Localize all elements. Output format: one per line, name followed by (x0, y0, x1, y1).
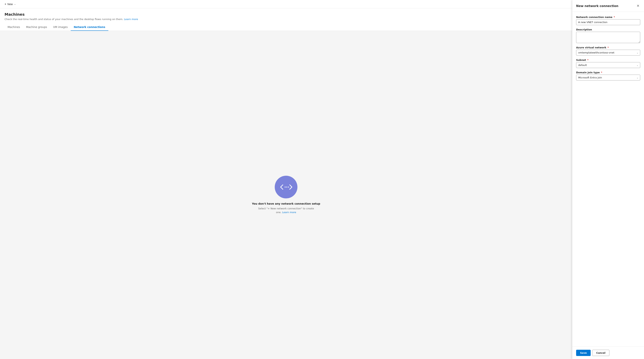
domain-join-select-wrapper: Microsoft Entra join ⌄ (576, 75, 640, 80)
subnet-required: * (586, 58, 588, 61)
azure-vnet-required: * (607, 46, 609, 49)
top-bar: + New ⌄ (0, 0, 572, 8)
cancel-button[interactable]: Cancel (592, 350, 610, 356)
domain-join-required: * (600, 71, 602, 74)
empty-state-icon (275, 176, 298, 198)
description-field: Description (576, 28, 640, 43)
svg-point-2 (288, 187, 289, 188)
page-header: Machines Check the real-time health and … (0, 8, 572, 24)
new-button-label: New (7, 3, 13, 6)
side-panel: New network connection ✕ Network connect… (572, 0, 644, 359)
connection-name-label: Network connection name * (576, 16, 640, 18)
subnet-label: Subnet * (576, 58, 640, 61)
svg-point-1 (286, 187, 288, 188)
panel-title: New network connection (576, 4, 618, 8)
learn-more-link[interactable]: Learn more (124, 18, 138, 20)
subnet-field: Subnet * default ⌄ (576, 58, 640, 68)
tab-machines[interactable]: Machines (4, 24, 23, 31)
panel-body: Network connection name * Description Az… (572, 12, 644, 347)
tabs-container: Machines Machine groups VM images Networ… (0, 24, 572, 31)
subnet-select-wrapper: default ⌄ (576, 62, 640, 68)
description-input[interactable] (576, 32, 640, 43)
domain-join-type-field: Domain join type * Microsoft Entra join … (576, 71, 640, 80)
azure-vnet-select-wrapper: vmtemplatewithcontoso-vnet ⌄ (576, 50, 640, 55)
chevron-down-icon: ⌄ (14, 3, 16, 5)
empty-state-description: Select "+ New network connection" to cre… (256, 207, 316, 214)
plus-icon: + (4, 2, 6, 6)
domain-join-type-select[interactable]: Microsoft Entra join (576, 75, 640, 80)
empty-state-title: You don't have any network connection se… (252, 202, 320, 205)
new-button[interactable]: + New ⌄ (3, 1, 17, 7)
panel-footer: Save Cancel (572, 347, 644, 359)
domain-join-type-label: Domain join type * (576, 71, 640, 74)
description-label: Description (576, 28, 640, 31)
panel-header: New network connection ✕ (572, 0, 644, 12)
subnet-select[interactable]: default (576, 62, 640, 68)
close-panel-button[interactable]: ✕ (636, 3, 640, 9)
azure-vnet-field: Azure virtual network * vmtemplatewithco… (576, 46, 640, 55)
azure-vnet-select[interactable]: vmtemplatewithcontoso-vnet (576, 50, 640, 55)
connection-name-field: Network connection name * (576, 16, 640, 25)
connection-name-input[interactable] (576, 19, 640, 25)
empty-state-learn-more-link[interactable]: Learn more (282, 211, 296, 214)
page-title: Machines (4, 12, 568, 17)
save-button[interactable]: Save (576, 350, 591, 356)
connection-name-required: * (613, 16, 615, 18)
svg-point-0 (285, 187, 286, 188)
tab-network-connections[interactable]: Network connections (71, 24, 108, 31)
tab-machine-groups[interactable]: Machine groups (23, 24, 50, 31)
page-description: Check the real-time health and status of… (4, 18, 568, 20)
empty-state: You don't have any network connection se… (0, 31, 572, 359)
azure-vnet-label: Azure virtual network * (576, 46, 640, 49)
tab-vm-images[interactable]: VM images (50, 24, 71, 31)
